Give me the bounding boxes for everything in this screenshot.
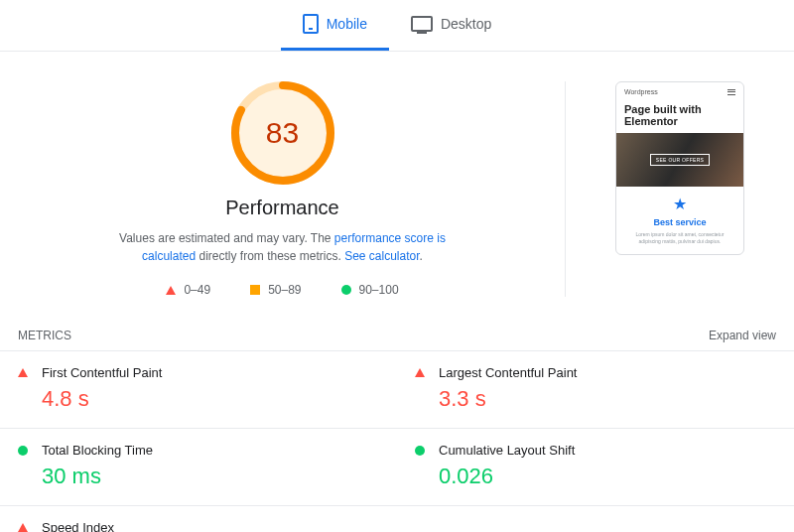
tab-desktop[interactable]: Desktop bbox=[389, 0, 513, 51]
metric-lcp: Largest Contentful Paint 3.3 s bbox=[397, 351, 794, 429]
legend-avg: 50–89 bbox=[250, 283, 301, 297]
preview-title: Page built with Elementor bbox=[616, 101, 743, 133]
score-legend: 0–49 50–89 90–100 bbox=[166, 283, 398, 297]
preview-column: Wordpress Page built with Elementor SEE … bbox=[566, 81, 774, 297]
metric-name: Cumulative Layout Shift bbox=[439, 443, 575, 458]
hamburger-icon bbox=[728, 89, 735, 95]
score-column: 83 Performance Values are estimated and … bbox=[20, 81, 566, 297]
square-icon bbox=[250, 285, 260, 295]
preview-lorem: Lorem ipsum dolor sit amet, consectetur … bbox=[616, 227, 743, 254]
legend-fail: 0–49 bbox=[166, 283, 210, 297]
triangle-icon bbox=[18, 368, 28, 377]
circle-icon bbox=[18, 446, 28, 456]
desktop-icon bbox=[411, 16, 433, 32]
metric-fcp: First Contentful Paint 4.8 s bbox=[0, 351, 397, 429]
circle-icon bbox=[415, 446, 425, 456]
page-preview: Wordpress Page built with Elementor SEE … bbox=[615, 81, 744, 255]
summary-row: 83 Performance Values are estimated and … bbox=[0, 52, 794, 321]
mobile-icon bbox=[303, 14, 319, 34]
tab-mobile[interactable]: Mobile bbox=[281, 0, 389, 51]
triangle-icon bbox=[18, 523, 28, 532]
score-value: 83 bbox=[231, 81, 334, 185]
link-see-calculator[interactable]: See calculator bbox=[344, 249, 419, 263]
legend-pass: 90–100 bbox=[341, 283, 399, 297]
preview-header: Wordpress bbox=[616, 82, 743, 101]
triangle-icon bbox=[166, 286, 176, 295]
preview-brand: Wordpress bbox=[624, 88, 658, 95]
metric-name: First Contentful Paint bbox=[42, 365, 162, 380]
score-label: Performance bbox=[225, 197, 339, 219]
metrics-header: METRICS Expand view bbox=[0, 321, 794, 351]
preview-cta: SEE OUR OFFERS bbox=[650, 154, 710, 166]
metric-cls: Cumulative Layout Shift 0.026 bbox=[397, 429, 794, 506]
metric-value: 0.026 bbox=[439, 464, 575, 489]
score-note: Values are estimated and may vary. The p… bbox=[104, 229, 462, 265]
metric-value: 3.3 s bbox=[439, 386, 577, 412]
metric-value: 30 ms bbox=[42, 464, 153, 489]
expand-view[interactable]: Expand view bbox=[709, 329, 776, 342]
circle-icon bbox=[341, 285, 351, 295]
star-icon: ★ bbox=[616, 187, 743, 217]
metrics-title: METRICS bbox=[18, 329, 71, 342]
metric-name: Total Blocking Time bbox=[42, 443, 153, 458]
metric-name: Speed Index bbox=[42, 520, 114, 532]
metric-value: 4.8 s bbox=[42, 386, 162, 412]
metric-si: Speed Index 4.7 s bbox=[0, 506, 397, 532]
triangle-icon bbox=[415, 368, 425, 377]
tab-mobile-label: Mobile bbox=[327, 16, 367, 32]
device-tabs: Mobile Desktop bbox=[0, 0, 794, 52]
preview-hero: SEE OUR OFFERS bbox=[616, 133, 743, 187]
metrics-grid: First Contentful Paint 4.8 s Largest Con… bbox=[0, 351, 794, 532]
metric-name: Largest Contentful Paint bbox=[439, 365, 577, 380]
score-gauge: 83 bbox=[231, 81, 334, 185]
metric-tbt: Total Blocking Time 30 ms bbox=[0, 429, 397, 506]
tab-desktop-label: Desktop bbox=[441, 16, 491, 32]
preview-service: Best service bbox=[616, 217, 743, 227]
